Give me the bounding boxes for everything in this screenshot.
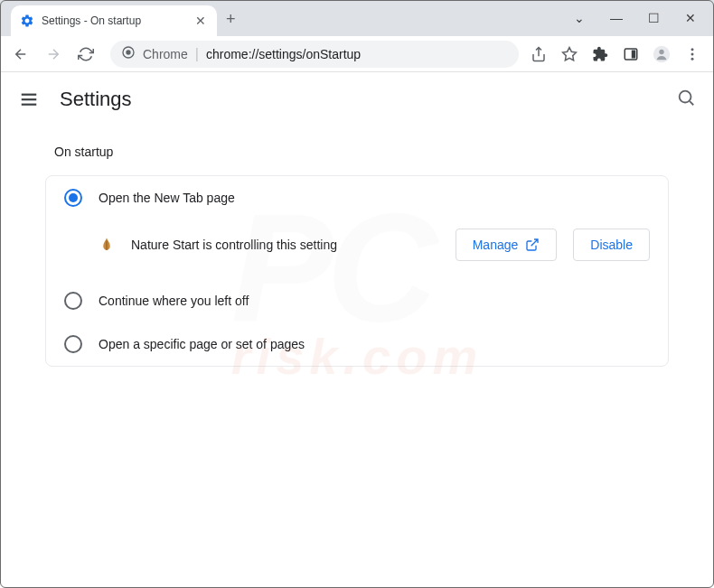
maximize-button[interactable]: ☐ xyxy=(648,11,660,25)
close-tab-icon[interactable]: ✕ xyxy=(193,12,208,30)
browser-tab[interactable]: Settings - On startup ✕ xyxy=(11,5,217,36)
option-specific-pages[interactable]: Open a specific page or set of pages xyxy=(46,322,668,366)
svg-point-9 xyxy=(691,57,694,60)
svg-rect-10 xyxy=(22,94,37,96)
search-icon[interactable] xyxy=(676,88,696,111)
reload-button[interactable] xyxy=(72,41,99,68)
section-title: On startup xyxy=(45,145,669,159)
option-label: Open the New Tab page xyxy=(99,191,235,205)
option-label: Open a specific page or set of pages xyxy=(99,337,305,351)
option-continue[interactable]: Continue where you left off xyxy=(46,279,668,322)
address-bar[interactable]: Chrome | chrome://settings/onStartup xyxy=(110,41,519,68)
tab-title: Settings - On startup xyxy=(42,14,186,27)
minimize-button[interactable]: — xyxy=(610,11,623,25)
svg-rect-11 xyxy=(22,98,37,100)
svg-point-1 xyxy=(126,50,130,54)
option-label: Continue where you left off xyxy=(99,294,249,308)
settings-header: Settings xyxy=(0,72,714,126)
extension-leaf-icon xyxy=(99,237,115,253)
extensions-icon[interactable] xyxy=(591,45,609,63)
profile-icon[interactable] xyxy=(653,45,671,63)
address-separator: | xyxy=(195,46,199,62)
hamburger-menu-icon[interactable] xyxy=(18,89,40,110)
radio-unselected[interactable] xyxy=(64,335,82,353)
manage-label: Manage xyxy=(473,238,519,252)
toolbar: Chrome | chrome://settings/onStartup xyxy=(0,36,714,72)
close-window-button[interactable]: ✕ xyxy=(685,11,696,25)
svg-rect-12 xyxy=(22,104,37,106)
tab-search-icon[interactable]: ⌄ xyxy=(574,11,585,25)
settings-gear-icon xyxy=(20,14,34,28)
new-tab-button[interactable]: + xyxy=(226,10,236,29)
menu-dots-icon[interactable] xyxy=(683,45,701,63)
radio-selected[interactable] xyxy=(64,189,82,207)
share-icon[interactable] xyxy=(530,45,548,63)
forward-button[interactable] xyxy=(40,41,67,68)
options-card: Open the New Tab page Nature Start is co… xyxy=(45,175,669,367)
svg-point-8 xyxy=(691,52,694,55)
content-area: On startup Open the New Tab page Nature … xyxy=(0,126,714,385)
svg-line-14 xyxy=(690,101,693,105)
svg-point-13 xyxy=(680,91,691,103)
svg-marker-2 xyxy=(563,47,577,60)
address-path: chrome://settings/onStartup xyxy=(206,47,361,61)
radio-unselected[interactable] xyxy=(64,292,82,310)
svg-point-7 xyxy=(691,48,694,51)
window-controls: ⌄ — ☐ ✕ xyxy=(556,0,714,36)
controlled-notice: Nature Start is controlling this setting… xyxy=(46,219,668,279)
option-new-tab[interactable]: Open the New Tab page xyxy=(46,176,668,219)
svg-point-6 xyxy=(659,49,663,53)
svg-rect-4 xyxy=(632,50,636,58)
side-panel-icon[interactable] xyxy=(622,45,640,63)
back-button[interactable] xyxy=(7,41,34,68)
bookmark-star-icon[interactable] xyxy=(560,45,578,63)
disable-button[interactable]: Disable xyxy=(573,229,650,261)
disable-label: Disable xyxy=(590,238,633,252)
page-title: Settings xyxy=(60,88,676,111)
controlled-text: Nature Start is controlling this setting xyxy=(131,238,439,252)
chrome-site-icon xyxy=(121,45,136,63)
address-prefix: Chrome xyxy=(143,47,188,61)
manage-button[interactable]: Manage xyxy=(456,229,558,261)
external-link-icon xyxy=(525,238,540,252)
